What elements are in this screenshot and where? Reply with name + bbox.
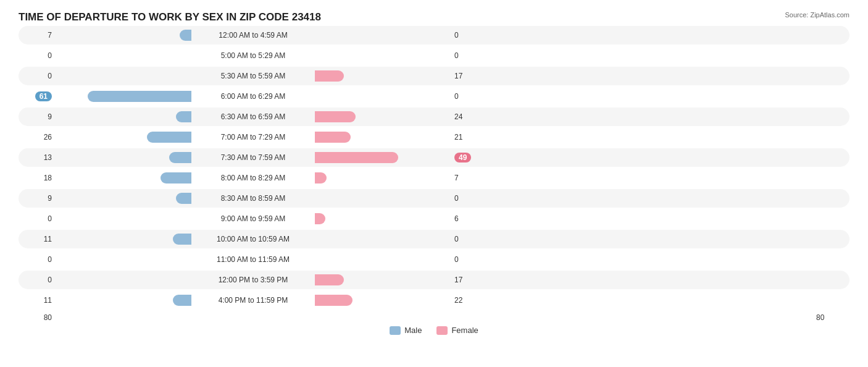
female-value: 7	[451, 174, 488, 182]
female-bar-container	[315, 111, 451, 122]
bar-row: 012:00 PM to 3:59 PM17	[19, 271, 849, 289]
male-value: 0	[19, 214, 56, 223]
time-label: 12:00 AM to 4:59 AM	[191, 31, 315, 40]
male-bar-container	[56, 30, 191, 41]
female-value: 0	[451, 51, 488, 60]
bar-row: 98:30 AM to 8:59 AM0	[19, 189, 849, 208]
chart-area: 712:00 AM to 4:59 AM005:00 AM to 5:29 AM…	[19, 26, 849, 310]
legend-male: Male	[390, 326, 422, 335]
female-value: 0	[451, 31, 488, 40]
male-value: 9	[19, 194, 56, 203]
male-value: 0	[19, 51, 56, 60]
female-value: 0	[451, 194, 488, 203]
chart-title: TIME OF DEPARTURE TO WORK BY SEX IN ZIP …	[19, 11, 849, 23]
male-bar-container	[56, 152, 191, 163]
male-value: 13	[19, 153, 56, 162]
bar-row: 05:30 AM to 5:59 AM17	[19, 67, 849, 85]
female-bar	[315, 172, 327, 184]
time-label: 11:00 AM to 11:59 AM	[191, 255, 315, 264]
male-bar-container	[56, 91, 191, 102]
legend-female-label: Female	[451, 326, 478, 335]
female-bar	[315, 295, 353, 306]
male-bar	[147, 132, 191, 143]
male-bar-container	[56, 132, 191, 143]
bar-row: 137:30 AM to 7:59 AM49	[19, 148, 849, 167]
time-label: 8:00 AM to 8:29 AM	[191, 174, 315, 182]
female-value: 49	[451, 153, 488, 162]
female-bar	[315, 274, 344, 285]
male-bar	[173, 234, 191, 245]
time-label: 10:00 AM to 10:59 AM	[191, 235, 315, 243]
axis-row: 80 80	[19, 313, 849, 322]
female-value: 6	[451, 214, 488, 223]
time-label: 9:00 AM to 9:59 AM	[191, 214, 315, 223]
bar-row: 011:00 AM to 11:59 AM0	[19, 250, 849, 269]
female-value: 24	[451, 112, 488, 121]
bar-row: 05:00 AM to 5:29 AM0	[19, 46, 849, 65]
male-bar	[180, 30, 191, 41]
legend-female-box	[436, 326, 448, 335]
bar-row: 114:00 PM to 11:59 PM22	[19, 291, 849, 310]
female-bar	[315, 111, 356, 122]
female-value: 21	[451, 133, 488, 141]
female-bar	[315, 132, 351, 143]
male-value: 7	[19, 31, 56, 40]
time-label: 7:30 AM to 7:59 AM	[191, 153, 315, 162]
female-bar-container	[315, 295, 451, 306]
time-label: 6:00 AM to 6:29 AM	[191, 92, 315, 101]
female-bar-container	[315, 172, 451, 184]
source-text: Source: ZipAtlas.com	[785, 11, 849, 19]
male-bar-container	[56, 234, 191, 245]
female-bar	[315, 70, 344, 82]
time-label: 6:30 AM to 6:59 AM	[191, 112, 315, 121]
bar-row: 267:00 AM to 7:29 AM21	[19, 128, 849, 146]
bar-row: 616:00 AM to 6:29 AM0	[19, 87, 849, 106]
bar-row: 188:00 AM to 8:29 AM7	[19, 169, 849, 187]
female-bar-container	[315, 152, 451, 163]
male-bar	[161, 172, 191, 184]
legend-male-label: Male	[404, 326, 422, 335]
female-bar	[315, 213, 325, 224]
female-bar-container	[315, 213, 451, 224]
female-value: 0	[451, 92, 488, 101]
time-label: 5:30 AM to 5:59 AM	[191, 72, 315, 80]
female-bar-container	[315, 70, 451, 82]
male-bar-container	[56, 193, 191, 204]
legend-female: Female	[436, 326, 478, 335]
female-value: 17	[451, 72, 488, 80]
female-value: 22	[451, 296, 488, 305]
time-label: 8:30 AM to 8:59 AM	[191, 194, 315, 203]
male-bar-container	[56, 295, 191, 306]
male-value: 26	[19, 133, 56, 141]
male-value: 0	[19, 255, 56, 264]
male-bar-container	[56, 172, 191, 184]
male-bar	[176, 193, 191, 204]
legend: Male Female	[19, 326, 849, 335]
legend-male-box	[390, 326, 401, 335]
male-value: 0	[19, 276, 56, 284]
male-value: 61	[19, 91, 56, 101]
female-bar-container	[315, 274, 451, 285]
bar-row: 1110:00 AM to 10:59 AM0	[19, 230, 849, 248]
male-value: 11	[19, 296, 56, 305]
axis-right: 80	[812, 313, 849, 322]
male-value: 0	[19, 72, 56, 80]
chart-container: TIME OF DEPARTURE TO WORK BY SEX IN ZIP …	[0, 0, 868, 367]
male-bar	[173, 295, 191, 306]
bar-row: 712:00 AM to 4:59 AM0	[19, 26, 849, 44]
time-label: 5:00 AM to 5:29 AM	[191, 51, 315, 60]
male-value: 11	[19, 235, 56, 243]
axis-left: 80	[19, 313, 56, 322]
male-bar	[88, 91, 191, 102]
bar-row: 09:00 AM to 9:59 AM6	[19, 209, 849, 228]
time-label: 7:00 AM to 7:29 AM	[191, 133, 315, 141]
male-bar	[176, 111, 191, 122]
female-bar	[315, 152, 398, 163]
time-label: 12:00 PM to 3:59 PM	[191, 276, 315, 284]
female-value: 0	[451, 235, 488, 243]
time-label: 4:00 PM to 11:59 PM	[191, 296, 315, 305]
male-bar	[169, 152, 191, 163]
bar-row: 96:30 AM to 6:59 AM24	[19, 108, 849, 126]
female-value: 0	[451, 255, 488, 264]
male-value: 9	[19, 112, 56, 121]
